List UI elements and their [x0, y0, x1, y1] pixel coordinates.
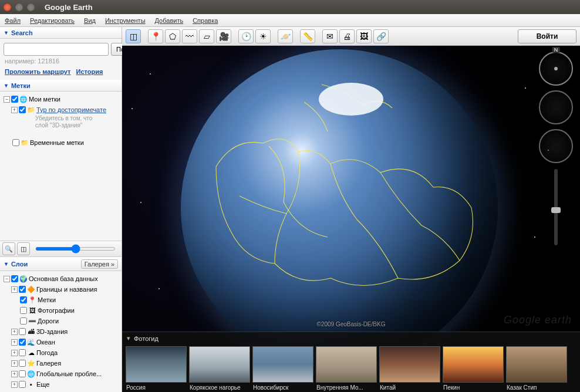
path-button[interactable]: 〰: [182, 29, 197, 43]
photo-tile[interactable]: Внутренняя Мо...: [316, 346, 377, 391]
globe-viewport[interactable]: N ©2009 GeoBasis-DE/BKG Google earth ▾ Ф…: [122, 46, 580, 392]
expand-icon[interactable]: −: [4, 276, 10, 282]
window-maximize-button[interactable]: [27, 4, 35, 11]
photo-caption: Корякское нагорье: [189, 383, 250, 391]
layer-row[interactable]: +▪Еще: [4, 379, 118, 390]
photo-tile[interactable]: Корякское нагорье: [189, 346, 250, 391]
expand-icon[interactable]: +: [11, 286, 18, 293]
layer-row[interactable]: +⭐Галерея: [4, 358, 118, 369]
checkbox[interactable]: [19, 370, 26, 377]
photo-thumbnail: [252, 346, 313, 383]
expand-icon[interactable]: −: [4, 96, 10, 103]
checkbox[interactable]: [12, 139, 19, 146]
login-button[interactable]: Войти: [518, 29, 576, 43]
menu-add[interactable]: Добавить: [150, 17, 188, 24]
layers-panel-header[interactable]: ▼ Слои Галерея »: [0, 257, 122, 271]
layer-row[interactable]: +🌐Глобальные пробле...: [4, 369, 118, 379]
link-route[interactable]: Проложить маршрут: [5, 68, 70, 75]
layer-label: Еще: [36, 380, 49, 389]
expand-icon[interactable]: +: [11, 381, 18, 388]
panel-toggle-button[interactable]: ◫: [17, 242, 30, 255]
chevron-down-icon[interactable]: ▾: [127, 334, 130, 342]
window-minimize-button[interactable]: [15, 4, 23, 11]
ruler-button[interactable]: 📏: [300, 29, 315, 43]
layer-row[interactable]: +🔶Границы и названия: [4, 284, 118, 295]
photo-tile[interactable]: Россия: [126, 346, 187, 391]
layer-row[interactable]: 📍Метки: [4, 295, 118, 305]
menu-tools[interactable]: Инструменты: [100, 17, 150, 24]
earth-globe[interactable]: [181, 49, 498, 366]
menu-help[interactable]: Справка: [188, 17, 222, 24]
layer-row[interactable]: 🖼Фотографии: [4, 305, 118, 316]
planet-button[interactable]: 🪐: [278, 29, 293, 43]
checkbox[interactable]: [11, 96, 18, 103]
menu-view[interactable]: Вид: [79, 17, 100, 24]
time-button[interactable]: 🕑: [238, 29, 254, 43]
expand-icon[interactable]: +: [11, 350, 18, 356]
tree-row-tour[interactable]: + 📁 Тур по достопримечате: [4, 104, 118, 115]
expand-icon[interactable]: +: [11, 339, 18, 346]
photo-tile[interactable]: Пекин: [443, 346, 504, 391]
checkbox[interactable]: [11, 275, 18, 282]
move-control[interactable]: [539, 129, 573, 163]
polygon-button[interactable]: ⬠: [165, 29, 180, 43]
photo-thumbnail: [506, 346, 567, 383]
expand-icon[interactable]: +: [11, 371, 18, 377]
folder-icon: 📁: [27, 106, 35, 114]
expand-icon[interactable]: +: [11, 107, 18, 113]
gallery-button[interactable]: Галерея »: [81, 259, 118, 269]
compass-control[interactable]: N: [539, 52, 573, 86]
email-button[interactable]: ✉: [322, 29, 338, 43]
maps-link-button[interactable]: 🔗: [373, 29, 389, 43]
zoom-slider[interactable]: [554, 169, 558, 245]
checkbox[interactable]: [20, 296, 27, 303]
layer-row[interactable]: +🌊Океан: [4, 337, 118, 347]
collapse-icon: ▼: [4, 261, 9, 267]
sun-button[interactable]: ☀: [255, 29, 271, 43]
search-input[interactable]: [4, 43, 109, 56]
tree-row-root[interactable]: − 🌍 Основная база данных: [4, 273, 118, 284]
checkbox[interactable]: [20, 307, 27, 314]
checkbox[interactable]: [19, 349, 26, 356]
expand-icon[interactable]: +: [11, 329, 18, 335]
save-image-button[interactable]: 🖼: [356, 29, 372, 43]
layer-row[interactable]: +☁Погода: [4, 347, 118, 358]
search-panel-header[interactable]: ▼ Search: [0, 27, 122, 39]
tree-row-myplaces[interactable]: − 🌐 Мои метки: [4, 94, 118, 104]
attribution-text: ©2009 GeoBasis-DE/BKG: [317, 321, 386, 327]
photo-caption: Китай: [379, 383, 440, 391]
checkbox[interactable]: [19, 339, 26, 346]
link-history[interactable]: История: [76, 68, 103, 75]
photo-thumbnail: [316, 346, 377, 383]
find-button[interactable]: 🔍: [2, 242, 15, 255]
places-panel-header[interactable]: ▼ Метки: [0, 80, 122, 92]
layer-icon: ▪: [27, 380, 35, 388]
placemark-button[interactable]: 📍: [148, 29, 163, 43]
layer-row[interactable]: +🏙3D-здания: [4, 326, 118, 337]
opacity-slider[interactable]: [35, 247, 116, 251]
layers-panel-title: Слои: [11, 261, 28, 268]
sidebar-toggle-button[interactable]: ◫: [126, 29, 141, 43]
gallery-label: Галерея: [85, 261, 109, 268]
photo-tile[interactable]: Китай: [379, 346, 440, 391]
tree-row-temp[interactable]: 📁 Временные метки: [4, 137, 118, 148]
look-control[interactable]: [539, 90, 573, 124]
tour-record-button[interactable]: 🎥: [216, 29, 231, 43]
checkbox[interactable]: [20, 317, 27, 325]
expand-icon[interactable]: +: [11, 360, 18, 367]
checkbox[interactable]: [19, 381, 26, 388]
menu-file[interactable]: Файл: [0, 17, 25, 24]
checkbox[interactable]: [19, 106, 26, 113]
checkbox[interactable]: [19, 328, 26, 335]
layer-label: Глобальные пробле...: [36, 369, 102, 379]
photo-tile[interactable]: Казак Стип: [506, 346, 567, 391]
photo-tile[interactable]: Новосибирск: [252, 346, 313, 391]
print-button[interactable]: 🖨: [339, 29, 355, 43]
search-hint: например: 121816: [4, 56, 118, 68]
checkbox[interactable]: [19, 360, 26, 367]
checkbox[interactable]: [19, 286, 26, 293]
overlay-button[interactable]: ▱: [199, 29, 214, 43]
layer-row[interactable]: ➖Дороги: [4, 316, 118, 326]
window-close-button[interactable]: [4, 4, 11, 11]
menu-edit[interactable]: Редактировать: [25, 17, 79, 24]
